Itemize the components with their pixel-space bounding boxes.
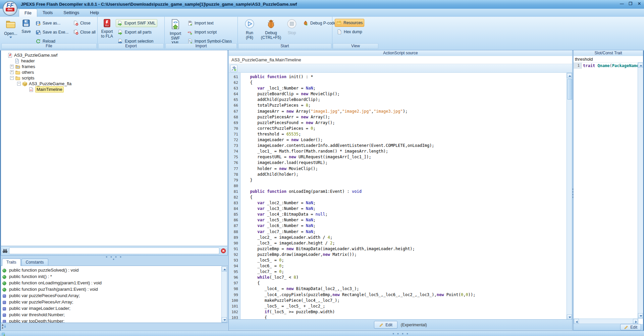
- import-text-button[interactable]: ABC Import text: [186, 19, 215, 27]
- export-swf-xml-button[interactable]: Export SWF XML: [116, 19, 157, 27]
- code-line[interactable]: 64puzzleBoardClip = new MovieClip();: [229, 91, 567, 97]
- tree-item-label[interactable]: AS3_PuzzleGame.swf: [14, 52, 57, 58]
- code-line[interactable]: 92puzzleBmp.draw(imageLoader,new Matrix(…: [229, 252, 567, 258]
- code-line[interactable]: 72imageLoader = new Loader();: [229, 137, 567, 143]
- trait-list-item[interactable]: public var puzzlePiecesArr:Array;: [2, 299, 227, 305]
- save-button[interactable]: Save: [19, 19, 33, 34]
- code-line[interactable]: 94_loc6_ = 0;: [229, 263, 567, 269]
- tree-item-label[interactable]: AS3_PuzzleGame_fla: [29, 81, 71, 87]
- expand-icon[interactable]: +: [10, 70, 14, 74]
- trait-list-item[interactable]: public function init() : *: [2, 273, 227, 280]
- tree-item-others[interactable]: +others: [1, 69, 227, 75]
- tree-item-scripts[interactable]: −scripts: [1, 75, 227, 81]
- scroll-up-icon[interactable]: [223, 269, 226, 270]
- scroll-down-icon[interactable]: [223, 319, 226, 321]
- export-all-parts-button[interactable]: Export all parts: [116, 29, 153, 36]
- code-line[interactable]: 87var _loc6_:Number = NaN;: [229, 223, 567, 229]
- save-as-button[interactable]: Save as...: [34, 19, 62, 27]
- close-file-button[interactable]: Close: [72, 19, 92, 27]
- trait-list-item[interactable]: public var threshold:Number;: [2, 312, 227, 318]
- menu-settings[interactable]: Settings: [58, 9, 85, 17]
- tree-item-label[interactable]: header: [21, 58, 35, 64]
- traits-scrollbar[interactable]: [221, 266, 227, 323]
- menu-tools[interactable]: Tools: [37, 9, 58, 17]
- import-swf-xml-button[interactable]: <> Import SWF XML: [167, 19, 184, 45]
- code-line[interactable]: 65addChild(puzzleBoardClip);: [229, 97, 567, 103]
- edit-trait-button[interactable]: Edit: [620, 324, 641, 330]
- tree-item-as3-puzzlegame-fla[interactable]: −AS3_PuzzleGame_fla: [1, 81, 227, 87]
- menu-help[interactable]: Help: [85, 9, 104, 17]
- trait-list-item[interactable]: public var imageLoader:Loader;: [2, 305, 227, 312]
- code-line[interactable]: 88var _loc7_:Number = NaN;: [229, 229, 567, 235]
- code-line[interactable]: 78addChild(holder);: [229, 172, 567, 177]
- hex-dump-button[interactable]: Hex dump: [335, 28, 364, 36]
- trait-hscrollbar[interactable]: [574, 319, 638, 324]
- code-line[interactable]: 69puzzlePiecesFound = new Array();: [229, 120, 567, 126]
- code-line[interactable]: 89_loc2_ = imageLoader.width / 4;: [229, 235, 567, 240]
- code-line[interactable]: 82{: [229, 194, 567, 200]
- trait-vscrollbar[interactable]: [638, 62, 643, 319]
- code-line[interactable]: 66totalPuzzlePieces = 8;: [229, 103, 567, 108]
- resources-button[interactable]: Resources: [335, 19, 364, 27]
- code-line[interactable]: 95_loc7_ = 0;: [229, 269, 567, 275]
- minimize-button[interactable]: —: [619, 1, 625, 6]
- scroll-right-icon[interactable]: [635, 321, 637, 323]
- code-line[interactable]: 93_loc5_ = 0;: [229, 258, 567, 263]
- code-line[interactable]: 63var _loc1_:Number = NaN;: [229, 86, 567, 91]
- open-button[interactable]: Open...: [3, 19, 19, 38]
- trait-pcode-editor[interactable]: 1 trait Qname(PackageNamesp: [574, 63, 638, 318]
- tree-item-label[interactable]: others: [22, 69, 34, 75]
- save-as-exe-button[interactable]: Save as Exe...: [34, 29, 70, 36]
- code-line[interactable]: 83var _loc2_:Number = NaN;: [229, 200, 567, 206]
- tree-item-header[interactable]: header: [1, 58, 227, 64]
- scrollbar-thumb[interactable]: [567, 79, 572, 100]
- code-line[interactable]: 97{: [229, 280, 567, 286]
- code-line[interactable]: 85var _loc4_:BitmapData = null;: [229, 212, 567, 217]
- expand-icon[interactable]: +: [10, 65, 14, 68]
- code-line[interactable]: 98_loc4_ = new BitmapData(_loc2_,_loc3_)…: [229, 286, 567, 292]
- tree-item-label[interactable]: frames: [22, 64, 35, 69]
- close-button[interactable]: ✕: [637, 1, 642, 6]
- add-breakpoint-button[interactable]: [230, 65, 237, 72]
- trait-list-item[interactable]: public function puzzleSolved() : void: [2, 267, 227, 273]
- code-scrollbar[interactable]: [567, 73, 572, 320]
- code-line[interactable]: 73imageLoader.contentLoaderInfo.addEvent…: [229, 143, 567, 149]
- sort-az-button[interactable]: AZ: [1, 324, 7, 329]
- tree-item-maintimeline[interactable]: <>MainTimeline: [1, 87, 227, 92]
- tree-item-label[interactable]: MainTimeline: [35, 86, 64, 93]
- tree-item-frames[interactable]: +frames: [1, 64, 227, 69]
- code-line[interactable]: 70correctPuzzlePieces = 0;: [229, 126, 567, 131]
- menu-file[interactable]: File: [19, 9, 37, 17]
- code-line[interactable]: 62{: [229, 80, 567, 86]
- code-line[interactable]: 91puzzleBmp = new BitmapData(imageLoader…: [229, 246, 567, 252]
- code-line[interactable]: 68puzzlePiecesArr = new Array();: [229, 114, 567, 120]
- code-line[interactable]: 80: [229, 183, 567, 189]
- import-script-button[interactable]: <> Import script: [186, 29, 218, 36]
- trait-list-item[interactable]: public var topDepth:Number;: [2, 318, 227, 323]
- code-line[interactable]: 102if(_loc5_ >= puzzleBmp.width): [229, 309, 567, 315]
- code-line[interactable]: 96while(_loc7_ < 8): [229, 275, 567, 280]
- search-input[interactable]: [9, 247, 219, 254]
- tab-traits[interactable]: Traits: [2, 259, 21, 266]
- bottom-splitter-handle[interactable]: ● ● ● ● ●: [391, 332, 411, 336]
- collapse-icon[interactable]: −: [10, 76, 14, 80]
- scroll-left-icon[interactable]: [576, 321, 578, 323]
- close-all-button[interactable]: Close all: [72, 29, 97, 36]
- scroll-up-icon[interactable]: [640, 65, 642, 66]
- code-line[interactable]: 61public function init() : *: [229, 74, 567, 80]
- code-line[interactable]: 76imageLoader.load(requestURL);: [229, 160, 567, 166]
- debug-button[interactable]: Debug (CTRL+F5): [260, 19, 282, 40]
- tree-item-label[interactable]: scripts: [22, 75, 35, 81]
- code-editor[interactable]: 61public function init() : *62{63var _lo…: [229, 73, 567, 320]
- scroll-down-icon[interactable]: [640, 315, 642, 317]
- code-line[interactable]: 90_loc3_ = imageLoader.height / 2;: [229, 240, 567, 246]
- scroll-up-icon[interactable]: [569, 75, 571, 77]
- code-line[interactable]: 99_loc4_.copyPixels(puzzleBmp,new Rectan…: [229, 292, 567, 298]
- code-line[interactable]: 100makePuzzlePiece(_loc4_,_loc7_);: [229, 298, 567, 303]
- tree-item-as3-puzzlegame-swf[interactable]: AS3_PuzzleGame.swf: [1, 52, 227, 58]
- maximize-button[interactable]: ❐: [628, 1, 633, 6]
- code-line[interactable]: 81public function onLoadImg(param1:Event…: [229, 189, 567, 194]
- code-line[interactable]: 74_loc1_ = Math.floor(Math.random() * im…: [229, 149, 567, 154]
- edit-script-button[interactable]: Edit: [374, 321, 397, 329]
- code-line[interactable]: 67imagesArr = new Array("image1.jpg","im…: [229, 109, 567, 114]
